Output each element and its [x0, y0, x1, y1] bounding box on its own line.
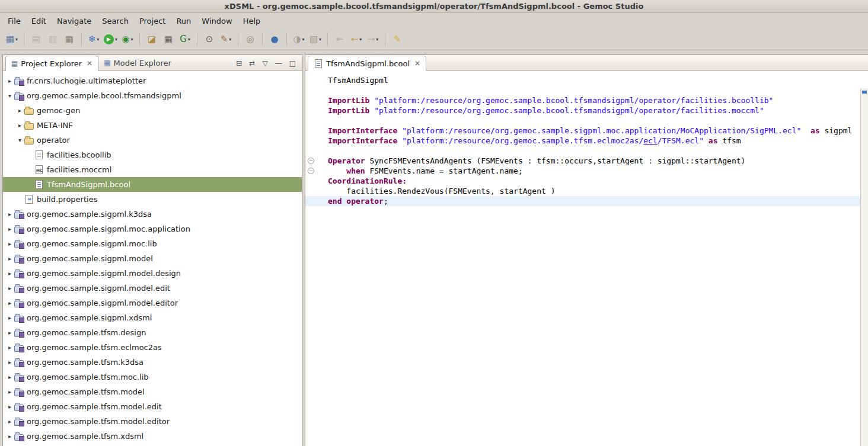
overview-ruler[interactable] [860, 88, 868, 446]
expand-arrow-icon[interactable]: ▸ [5, 329, 14, 336]
tree-item[interactable]: ▸org.gemoc.sample.sigpml.model.edit [3, 281, 302, 296]
tree-item[interactable]: ▸fr.cnrs.luchogie.ultimateplotter [3, 73, 302, 88]
search-button[interactable]: ⊙ [202, 31, 217, 47]
tree-item[interactable]: ▾operator [3, 133, 302, 147]
tree-item[interactable]: ▸org.gemoc.sample.tfsm.moc.lib [3, 370, 302, 384]
tree-item[interactable]: TfsmAndSigpml.bcool [3, 177, 302, 192]
code-line[interactable]: − when FSMEvents.name = startAgent.name; [305, 166, 860, 176]
expand-arrow-icon[interactable]: ▸ [5, 255, 14, 262]
code-line[interactable]: CoordinationRule: [305, 176, 860, 186]
menu-file[interactable]: File [2, 14, 26, 28]
code-line[interactable]: facilities.RendezVous(FSMEvents, startAg… [305, 186, 860, 196]
back-button[interactable]: ←▾ [349, 31, 364, 47]
new-modeling-project-button[interactable]: ◪ [144, 31, 159, 47]
tree-item[interactable]: ▸org.gemoc.sample.tfsm.design [3, 325, 302, 340]
expand-arrow-icon[interactable]: ▸ [15, 122, 24, 129]
dropdown-arrow-icon[interactable]: ▾ [302, 37, 305, 42]
tab-model-explorer[interactable]: ▦ Model Explorer [98, 55, 177, 70]
tree-item[interactable]: ▸gemoc-gen [3, 103, 302, 118]
collapse-all-button[interactable]: ⊟ [236, 59, 242, 68]
print-button[interactable]: ▦ [62, 31, 77, 47]
fold-collapse-icon[interactable]: − [308, 168, 314, 174]
dropdown-arrow-icon[interactable]: ▾ [97, 37, 99, 42]
expand-arrow-icon[interactable]: ▸ [5, 226, 14, 232]
dropdown-arrow-icon[interactable]: ▾ [115, 37, 117, 42]
web-browser-button[interactable]: ● [267, 31, 282, 47]
menu-help[interactable]: Help [238, 14, 266, 28]
tree-item[interactable]: ▸org.gemoc.sample.sigpml.moc.application [3, 222, 302, 236]
code-line[interactable]: end operator; [305, 196, 860, 206]
dropdown-arrow-icon[interactable]: ▾ [376, 37, 378, 42]
expand-arrow-icon[interactable]: ▸ [5, 78, 14, 84]
expand-arrow-icon[interactable]: ▸ [5, 240, 14, 247]
dropdown-arrow-icon[interactable]: ▾ [229, 37, 231, 42]
menu-window[interactable]: Window [196, 14, 237, 28]
highlight-button[interactable]: ✎ [390, 31, 405, 47]
dropdown-arrow-icon[interactable]: ▾ [319, 37, 321, 42]
code-area[interactable]: TfsmAndSigpmlImportLib "platform:/resour… [305, 75, 860, 206]
expand-arrow-icon[interactable]: ▸ [5, 433, 14, 439]
close-icon[interactable]: ✕ [87, 59, 92, 68]
editor[interactable]: TfsmAndSigpmlImportLib "platform:/resour… [305, 72, 868, 446]
debug-button[interactable]: ❄▾ [86, 31, 101, 47]
expand-arrow-icon[interactable]: ▸ [5, 403, 14, 410]
expand-arrow-icon[interactable]: ▸ [5, 270, 14, 277]
expand-arrow-icon[interactable]: ▸ [5, 359, 14, 365]
expand-arrow-icon[interactable]: ▸ [15, 107, 24, 114]
code-line[interactable]: ImportInterface "platform:/resource/org.… [305, 136, 860, 146]
tree-item[interactable]: ▾org.gemoc.sample.bcool.tfsmandsigpml [3, 88, 302, 103]
code-line[interactable] [305, 85, 860, 95]
code-line[interactable]: ImportLib "platform:/resource/org.gemoc.… [305, 95, 860, 105]
tab-project-explorer[interactable]: ▤ Project Explorer ✕ [5, 56, 98, 71]
tree-item[interactable]: ▸org.gemoc.sample.sigpml.k3dsa [3, 207, 302, 222]
external-tools-button[interactable]: ◉▾ [120, 31, 135, 47]
dropdown-arrow-icon[interactable]: ▾ [359, 37, 362, 42]
expand-arrow-icon[interactable]: ▸ [5, 285, 14, 291]
format-button[interactable]: ✎▾ [218, 31, 234, 47]
pin-button[interactable]: ◎ [242, 31, 258, 47]
code-line[interactable]: −Operator SyncFSMEventsAndAgents (FSMEve… [305, 156, 860, 166]
code-line[interactable]: TfsmAndSigpml [305, 75, 860, 85]
tree-item[interactable]: ▸org.gemoc.sample.sigpml.model [3, 251, 302, 266]
view-menu-button[interactable]: ▽ [262, 59, 267, 68]
editor-tab[interactable]: TfsmAndSigpml.bcool ✕ [308, 56, 426, 71]
menu-edit[interactable]: Edit [26, 14, 52, 28]
expand-arrow-icon[interactable]: ▾ [15, 137, 24, 143]
maximize-button[interactable]: □ [289, 59, 296, 68]
menu-project[interactable]: Project [134, 14, 171, 28]
tree-item[interactable]: ▸org.gemoc.sample.tfsm.model [3, 384, 302, 399]
tree-item[interactable]: ▸org.gemoc.sample.tfsm.xdsml [3, 429, 302, 444]
expand-arrow-icon[interactable]: ▾ [5, 92, 14, 99]
tree-item[interactable]: ▸org.gemoc.sample.tfsm.model.editor [3, 414, 302, 429]
menu-search[interactable]: Search [97, 14, 134, 28]
dropdown-arrow-icon[interactable]: ▾ [15, 37, 18, 42]
run-button[interactable]: ▶▾ [103, 31, 119, 47]
tree-item[interactable]: ▸org.gemoc.sample.sigpml.xdsml [3, 310, 302, 325]
close-icon[interactable]: ✕ [414, 59, 420, 68]
new-plugin-project-button[interactable]: ▦ [161, 31, 176, 47]
code-line[interactable]: ImportLib "platform:/resource/org.gemoc.… [305, 105, 860, 115]
minimize-button[interactable]: — [275, 59, 282, 68]
code-line[interactable] [305, 146, 860, 156]
fold-collapse-icon[interactable]: − [308, 158, 314, 164]
gemoc-button[interactable]: G▾ [177, 31, 193, 47]
last-edit-location-button[interactable]: ⇤ [332, 31, 347, 47]
link-with-editor-button[interactable]: ⇄ [249, 59, 255, 68]
tree-item[interactable]: ▸org.gemoc.sample.sigpml.model.design [3, 266, 302, 281]
lightbulb-button[interactable]: ◑▾ [291, 31, 307, 47]
tree-item[interactable]: ▸org.gemoc.sample.sigpml.moc.lib [3, 236, 302, 251]
tree-item[interactable]: ▸org.gemoc.sample.tfsm.model.edit [3, 399, 302, 414]
menu-navigate[interactable]: Navigate [52, 14, 97, 28]
dropdown-arrow-icon[interactable]: ▾ [131, 37, 133, 42]
code-line[interactable]: ImportInterface "platform:/resource/org.… [305, 126, 860, 136]
expand-arrow-icon[interactable]: ▸ [5, 374, 14, 380]
menu-run[interactable]: Run [171, 14, 196, 28]
tree-item[interactable]: ▸org.gemoc.sample.tfsm.eclmoc2as [3, 340, 302, 355]
annotations-button[interactable]: ▧▾ [308, 31, 323, 47]
tree-item[interactable]: ▸org.gemoc.sample.sigpml.model.editor [3, 296, 302, 310]
tree-item[interactable]: ▸org.gemoc.sample.tfsm.k3dsa [3, 355, 302, 370]
expand-arrow-icon[interactable]: ▸ [5, 344, 14, 351]
dropdown-arrow-icon[interactable]: ▾ [188, 37, 190, 42]
tree-item[interactable]: ▸META-INF [3, 118, 302, 133]
tree-item[interactable]: build.properties [3, 192, 302, 207]
